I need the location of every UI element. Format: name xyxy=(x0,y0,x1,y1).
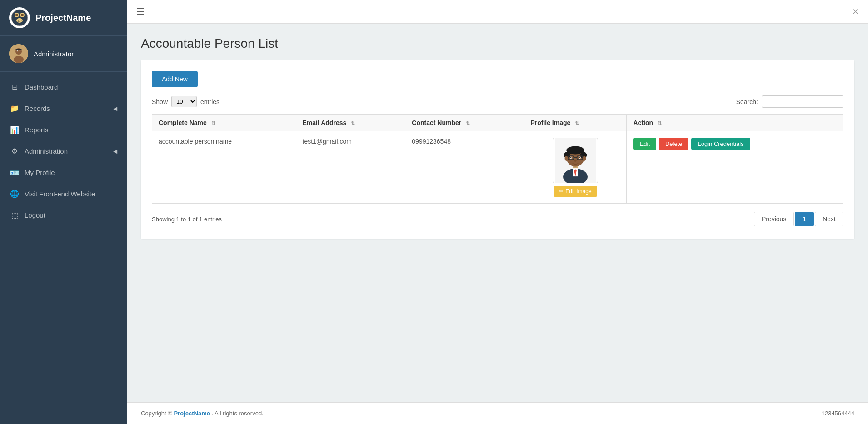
user-avatar xyxy=(9,44,28,63)
show-entries-control: Show 10 25 50 100 entries xyxy=(152,96,219,107)
delete-button[interactable]: Delete xyxy=(659,138,689,150)
reports-icon: 📊 xyxy=(10,125,19,134)
sidebar-item-label: Administration xyxy=(25,147,68,155)
sidebar-item-label: Dashboard xyxy=(25,83,58,91)
sort-icon: ⇅ xyxy=(575,120,579,126)
svg-point-31 xyxy=(574,160,576,162)
svg-point-32 xyxy=(565,156,568,161)
table-row: accountable person name test1@gmail.com … xyxy=(152,131,843,204)
search-input[interactable] xyxy=(762,95,843,108)
records-icon: 📁 xyxy=(10,104,19,113)
administration-icon: ⚙ xyxy=(10,147,19,155)
user-name: Administrator xyxy=(34,50,74,58)
sort-icon: ⇅ xyxy=(211,120,215,126)
show-label: Show xyxy=(152,98,168,105)
sidebar-item-label: Visit Front-end Website xyxy=(25,190,95,198)
next-button[interactable]: Next xyxy=(815,212,843,226)
svg-point-28 xyxy=(570,157,572,158)
svg-rect-14 xyxy=(15,49,22,50)
records-arrow-icon: ◀ xyxy=(113,105,117,112)
cell-profile-image: ✏ Edit Image xyxy=(524,131,627,204)
sidebar-item-my-profile[interactable]: 🪪 My Profile xyxy=(0,162,127,183)
administration-arrow-icon: ◀ xyxy=(113,148,117,155)
search-box: Search: xyxy=(736,95,843,108)
dashboard-icon: ⊞ xyxy=(10,83,19,91)
pagination-bar: Showing 1 to 1 of 1 entries Previous 1 N… xyxy=(152,212,843,226)
profile-image-cell: ✏ Edit Image xyxy=(530,138,620,197)
showing-text: Showing 1 to 1 of 1 entries xyxy=(152,216,222,223)
main-card: Add New Show 10 25 50 100 entries Search… xyxy=(141,60,854,239)
main-content: ☰ ✕ Accountable Person List Add New Show… xyxy=(127,0,868,424)
footer: Copyright © ProjectName . All rights res… xyxy=(127,402,868,424)
data-table: Complete Name ⇅ Email Address ⇅ Contact … xyxy=(152,114,843,204)
cell-complete-name: accountable person name xyxy=(152,131,296,204)
svg-point-33 xyxy=(583,156,586,161)
pencil-icon: ✏ xyxy=(559,188,564,195)
col-profile-image: Profile Image ⇅ xyxy=(524,115,627,131)
content-area: Accountable Person List Add New Show 10 … xyxy=(127,24,868,402)
sidebar-item-label: My Profile xyxy=(25,169,55,176)
profile-icon: 🪪 xyxy=(10,168,19,177)
sidebar-item-label: Reports xyxy=(25,126,49,134)
footer-copyright: Copyright © ProjectName . All rights res… xyxy=(141,410,264,417)
search-label: Search: xyxy=(736,98,758,105)
cell-contact-number: 09991236548 xyxy=(405,131,524,204)
footer-rights: . All rights reserved. xyxy=(212,410,264,417)
sidebar-item-administration[interactable]: ⚙ Administration ◀ xyxy=(0,140,127,162)
entries-select[interactable]: 10 25 50 100 xyxy=(171,96,197,107)
svg-point-2 xyxy=(15,14,18,16)
previous-button[interactable]: Previous xyxy=(754,212,794,226)
sidebar-item-dashboard[interactable]: ⊞ Dashboard xyxy=(0,76,127,98)
col-email-address: Email Address ⇅ xyxy=(296,115,405,131)
action-cell: Edit Delete Login Credentials xyxy=(633,138,837,150)
page-1-button[interactable]: 1 xyxy=(795,212,814,226)
col-contact-number: Contact Number ⇅ xyxy=(405,115,524,131)
sidebar-item-records[interactable]: 📁 Records ◀ xyxy=(0,98,127,119)
add-new-button[interactable]: Add New xyxy=(152,71,198,87)
table-controls: Show 10 25 50 100 entries Search: xyxy=(152,95,843,108)
login-credentials-button[interactable]: Login Credentials xyxy=(691,138,750,150)
sidebar-project-name: ProjectName xyxy=(35,13,91,23)
svg-point-13 xyxy=(20,50,20,51)
sidebar-item-label: Logout xyxy=(25,211,45,219)
sort-icon: ⇅ xyxy=(658,120,662,126)
globe-icon: 🌐 xyxy=(10,190,19,198)
cell-email-address: test1@gmail.com xyxy=(296,131,405,204)
close-icon[interactable]: ✕ xyxy=(852,7,859,17)
sidebar-nav: ⊞ Dashboard 📁 Records ◀ 📊 Reports ⚙ Admi… xyxy=(0,72,127,424)
svg-text:AP: AP xyxy=(17,20,22,23)
sort-icon: ⇅ xyxy=(466,120,470,126)
sidebar-header: AP ProjectName xyxy=(0,0,127,36)
svg-point-4 xyxy=(21,14,24,16)
footer-id: 1234564444 xyxy=(822,410,854,417)
svg-point-0 xyxy=(11,10,28,26)
profile-image-container xyxy=(553,138,598,183)
sort-icon: ⇅ xyxy=(351,120,355,126)
person-avatar-icon xyxy=(555,138,596,183)
sidebar-item-label: Records xyxy=(25,105,50,112)
pagination-controls: Previous 1 Next xyxy=(754,212,843,226)
cell-action: Edit Delete Login Credentials xyxy=(627,131,843,204)
entries-label: entries xyxy=(200,98,219,105)
copyright-text: Copyright © xyxy=(141,410,172,417)
logo-icon: AP xyxy=(10,9,29,27)
edit-button[interactable]: Edit xyxy=(633,138,656,150)
svg-point-30 xyxy=(579,157,580,158)
admin-avatar-icon xyxy=(9,44,28,63)
edit-image-button[interactable]: ✏ Edit Image xyxy=(554,186,597,197)
sidebar-item-reports[interactable]: 📊 Reports xyxy=(0,119,127,140)
hamburger-button[interactable]: ☰ xyxy=(136,6,145,17)
page-title: Accountable Person List xyxy=(141,36,854,51)
sidebar: AP ProjectName Administrator ⊞ Dashboard xyxy=(0,0,127,424)
svg-point-12 xyxy=(17,50,17,51)
footer-project-name: ProjectName xyxy=(174,410,210,417)
col-action: Action ⇅ xyxy=(627,115,843,131)
topbar: ☰ ✕ xyxy=(127,0,868,24)
sidebar-logo: AP xyxy=(9,7,30,28)
col-complete-name: Complete Name ⇅ xyxy=(152,115,296,131)
sidebar-item-visit-frontend[interactable]: 🌐 Visit Front-end Website xyxy=(0,183,127,205)
svg-point-9 xyxy=(14,56,24,63)
sidebar-item-logout[interactable]: ⬚ Logout xyxy=(0,205,127,226)
logout-icon: ⬚ xyxy=(10,211,19,219)
sidebar-user: Administrator xyxy=(0,36,127,72)
